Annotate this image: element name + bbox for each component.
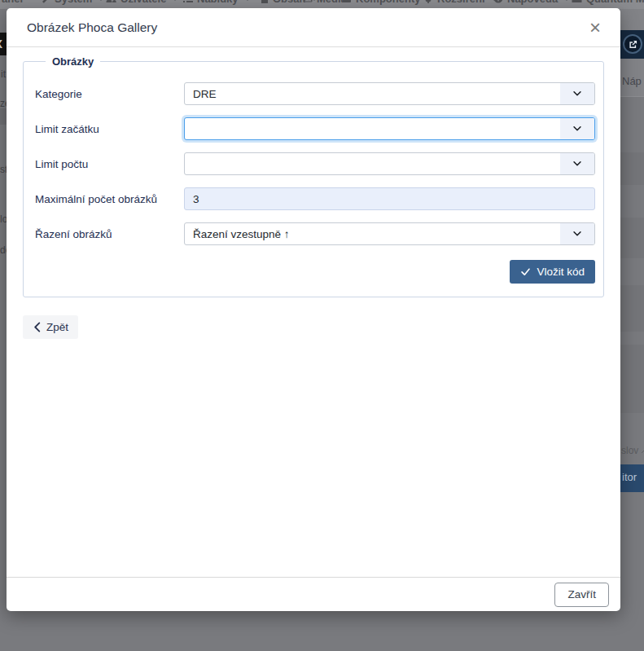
bg-text-fragment: itor xyxy=(622,471,637,483)
chevron-down-icon xyxy=(98,0,104,1)
divider xyxy=(620,96,644,97)
media-icon xyxy=(303,0,313,3)
chevron-down-icon xyxy=(572,228,583,240)
limit-zacatku-select[interactable] xyxy=(184,117,595,140)
external-link-icon xyxy=(623,34,642,54)
select-value: DRE xyxy=(185,88,217,100)
content-icon xyxy=(261,0,269,3)
chevron-down-icon xyxy=(244,0,251,1)
vlozit-kod-button[interactable]: Vložit kód xyxy=(510,260,595,284)
bg-row-stripe xyxy=(620,218,644,258)
chevron-down-icon xyxy=(563,0,570,1)
modal-footer: Zavřít xyxy=(7,577,620,611)
bg-keywords-fragment: slov xyxy=(621,445,644,456)
select-cap xyxy=(560,223,594,244)
chevron-down-icon xyxy=(572,158,583,169)
razeni-select[interactable]: Řazení vzestupně ↑ xyxy=(184,222,595,245)
bg-help-fragment: Náp xyxy=(622,75,642,87)
modal-body: Obrázky Kategorie DRE Limit začátku xyxy=(7,47,620,577)
check-icon xyxy=(520,266,531,277)
kategorie-label: Kategorie xyxy=(35,88,184,100)
chevron-down-icon xyxy=(172,0,178,1)
images-fieldset: Obrázky Kategorie DRE Limit začátku xyxy=(23,55,604,297)
modal-header: Obrázek Phoca Gallery × xyxy=(7,8,620,47)
menu-item-label: Rozšíření xyxy=(437,0,485,5)
bg-text-fragment: it xyxy=(1,68,6,80)
users-icon xyxy=(106,0,116,3)
resize-grip-icon xyxy=(641,447,644,454)
zavrit-button[interactable]: Zavřít xyxy=(554,583,609,607)
select-cap xyxy=(560,83,594,104)
menu-item-label: Quantum M xyxy=(586,0,644,5)
form-row-limit-poctu: Limit počtu xyxy=(35,152,595,175)
kategorie-select[interactable]: DRE xyxy=(184,82,595,105)
form-row-limit-zacatku: Limit začátku xyxy=(35,117,595,140)
logo-letter: X xyxy=(0,33,2,55)
components-icon xyxy=(342,0,352,3)
bg-table-header-fragment xyxy=(0,108,7,125)
menu-item-label: Systém xyxy=(55,0,92,5)
bg-row-stripe xyxy=(620,285,644,332)
limit-poctu-label: Limit počtu xyxy=(35,158,184,170)
modal-title: Obrázek Phoca Gallery xyxy=(27,20,157,35)
fieldset-legend: Obrázky xyxy=(46,55,100,68)
bg-row-stripe xyxy=(620,152,644,185)
max-pocet-label: Maximální počet obrázků xyxy=(35,193,184,205)
menu-item-label: Uživatelé xyxy=(120,0,166,5)
zpet-button[interactable]: Zpět xyxy=(23,315,78,339)
chevron-left-icon xyxy=(33,322,42,332)
bg-row-stripe xyxy=(620,345,644,413)
help-icon xyxy=(493,0,503,3)
menu-item-label: Nabídky xyxy=(197,0,239,5)
form-row-max-pocet: Maximální počet obrázků xyxy=(35,187,595,210)
menu-list-icon xyxy=(183,0,193,3)
bg-text-fragment: slov xyxy=(621,445,638,456)
select-cap xyxy=(560,118,594,139)
button-label: Zpět xyxy=(46,321,68,333)
menu-item-label: Nápověda xyxy=(507,0,558,5)
chevron-down-icon xyxy=(572,88,583,99)
button-label: Vložit kód xyxy=(537,266,585,278)
submit-row: Vložit kód xyxy=(35,260,595,284)
close-icon[interactable]: × xyxy=(585,16,606,39)
wrench-icon xyxy=(41,0,50,3)
select-cap xyxy=(560,153,594,174)
chevron-down-icon xyxy=(572,123,583,134)
extensions-icon xyxy=(423,0,433,3)
menu-item-label: anel xyxy=(2,0,23,5)
limit-poctu-select[interactable] xyxy=(184,152,595,175)
max-pocet-input[interactable] xyxy=(184,187,595,210)
menu-item-label: Komponenty xyxy=(356,0,420,5)
folder-icon xyxy=(572,0,582,3)
razeni-label: Řazení obrázků xyxy=(35,228,184,240)
menu-item-label: Obsah xyxy=(273,0,305,5)
select-value: Řazení vzestupně ↑ xyxy=(185,228,290,240)
limit-zacatku-label: Limit začátku xyxy=(35,123,184,135)
bg-editor-toggle-fragment: itor xyxy=(620,464,644,492)
form-row-kategorie: Kategorie DRE xyxy=(35,82,595,105)
form-row-razeni: Řazení obrázků Řazení vzestupně ↑ xyxy=(35,222,595,245)
phoca-gallery-image-modal: Obrázek Phoca Gallery × Obrázky Kategori… xyxy=(7,8,620,611)
